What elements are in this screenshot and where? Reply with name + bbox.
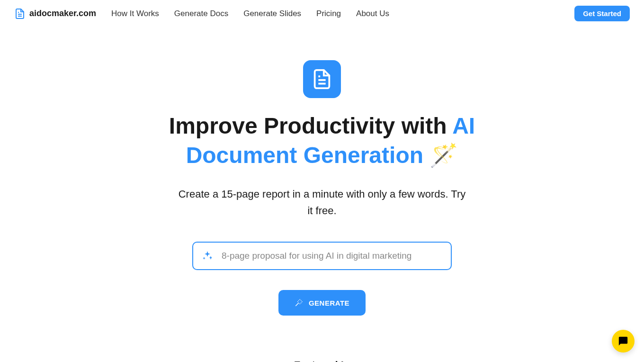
document-large-icon <box>311 68 333 90</box>
wand-icon <box>295 299 303 307</box>
chat-icon <box>618 336 628 346</box>
nav-generate-docs[interactable]: Generate Docs <box>174 9 228 18</box>
prompt-input[interactable] <box>222 251 442 261</box>
generate-label: GENERATE <box>309 299 349 307</box>
logo-text: aidocmaker.com <box>29 9 96 18</box>
hero-title-prefix: Improve Productivity with <box>169 113 452 138</box>
hero-title: Improve Productivity with AI Document Ge… <box>152 111 492 171</box>
sparkles-icon <box>202 250 213 262</box>
hero-subtitle: Create a 15-page report in a minute with… <box>175 186 469 219</box>
main-header: aidocmaker.com How It Works Generate Doc… <box>0 0 644 27</box>
document-icon <box>14 8 26 19</box>
get-started-button[interactable]: Get Started <box>574 6 630 21</box>
chat-widget-button[interactable] <box>612 330 635 353</box>
nav-about-us[interactable]: About Us <box>356 9 389 18</box>
nav-pricing[interactable]: Pricing <box>316 9 341 18</box>
hero-section: Improve Productivity with AI Document Ge… <box>85 27 559 362</box>
prompt-input-container[interactable] <box>192 242 452 270</box>
featured-heading: Featured In <box>294 359 350 362</box>
nav-how-it-works[interactable]: How It Works <box>111 9 159 18</box>
nav-generate-slides[interactable]: Generate Slides <box>243 9 301 18</box>
logo[interactable]: aidocmaker.com <box>14 8 96 19</box>
generate-button[interactable]: GENERATE <box>278 290 366 316</box>
hero-icon-container <box>303 60 341 98</box>
